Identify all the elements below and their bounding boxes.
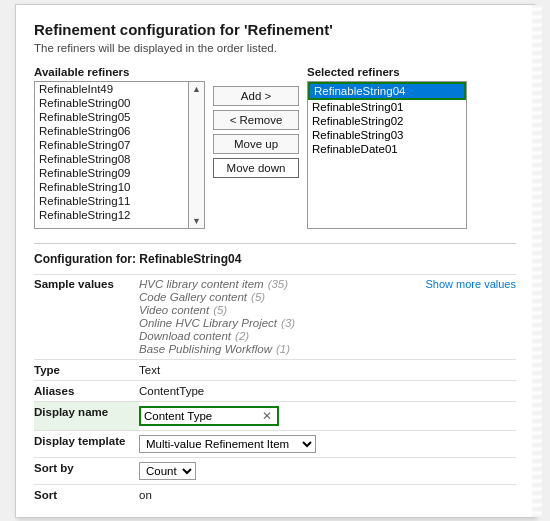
list-item[interactable]: RefinableString07 [35,138,188,152]
sample-name: Code Gallery content [139,291,247,303]
sample-values-cell: HVC library content item(35)Code Gallery… [139,274,516,359]
list-item[interactable]: RefinableString12 [35,208,188,222]
display-template-row: Display template Multi-value Refinement … [34,430,516,457]
sample-item: Online HVC Library Project(3) [139,317,426,329]
config-title: Configuration for: RefinableString04 [34,252,516,266]
sample-values-label: Sample values [34,274,139,359]
sample-grid: HVC library content item(35)Code Gallery… [139,278,516,356]
selected-refiners-label: Selected refiners [307,66,467,78]
list-item[interactable]: RefinableString00 [35,96,188,110]
clear-input-button[interactable]: ✕ [260,409,274,423]
available-refiners-list[interactable]: RefinableInt49RefinableString00Refinable… [34,81,189,229]
sample-name: Online HVC Library Project [139,317,277,329]
sample-count: (5) [213,304,227,316]
refiners-section: Available refiners RefinableInt49Refinab… [34,66,516,229]
config-table: Sample values HVC library content item(3… [34,274,516,505]
sort-label: Sort [34,484,139,505]
remove-button[interactable]: < Remove [213,110,299,130]
list-item[interactable]: RefinableString03 [308,128,466,142]
sample-item: Code Gallery content(5) [139,291,426,303]
sample-count: (2) [235,330,249,342]
list-item[interactable]: RefinableString09 [35,166,188,180]
sample-item: HVC library content item(35) [139,278,426,290]
add-button[interactable]: Add > [213,86,299,106]
list-item[interactable]: RefinableString06 [35,124,188,138]
display-name-label: Display name [34,401,139,430]
scroll-down-arrow[interactable]: ▼ [189,214,204,228]
display-name-input[interactable] [144,410,260,422]
display-template-cell: Multi-value Refinement ItemSingle-value … [139,430,516,457]
sample-count: (5) [251,291,265,303]
sample-item: Base Publishing Workflow(1) [139,343,426,355]
sort-by-row: Sort by CountName [34,457,516,484]
page-title: Refinement configuration for 'Refinement… [34,21,516,38]
main-panel: Refinement configuration for 'Refinement… [15,4,535,518]
display-name-row: Display name ✕ [34,401,516,430]
sample-items: HVC library content item(35)Code Gallery… [139,278,426,356]
sample-name: Video content [139,304,209,316]
sample-count: (1) [276,343,290,355]
sample-name: Download content [139,330,231,342]
sort-by-label: Sort by [34,457,139,484]
selected-refiners-list[interactable]: RefinableString04RefinableString01Refina… [307,81,467,229]
list-item[interactable]: RefinableString05 [35,110,188,124]
aliases-label: Aliases [34,380,139,401]
list-item[interactable]: RefinableString11 [35,194,188,208]
list-item[interactable]: RefinableString10 [35,180,188,194]
list-item[interactable]: RefinableString08 [35,152,188,166]
list-item[interactable]: RefinableInt49 [35,82,188,96]
scroll-up-arrow[interactable]: ▲ [189,82,204,96]
list-item[interactable]: RefinableString04 [308,82,466,100]
sort-partial-text: on [139,489,152,501]
selected-refiners-group: Selected refiners RefinableString04Refin… [307,66,467,229]
show-more-link[interactable]: Show more values [426,278,517,356]
list-item[interactable]: RefinableString02 [308,114,466,128]
available-scrollbar: ▲ ▼ [189,81,205,229]
available-refiners-group: Available refiners RefinableInt49Refinab… [34,66,205,229]
sample-name: HVC library content item [139,278,264,290]
aliases-row: Aliases ContentType [34,380,516,401]
sample-name: Base Publishing Workflow [139,343,272,355]
sort-row: Sort on [34,484,516,505]
display-name-input-wrapper[interactable]: ✕ [139,406,279,426]
aliases-value: ContentType [139,380,516,401]
type-label: Type [34,359,139,380]
sort-value-cell: on [139,484,516,505]
type-row: Type Text [34,359,516,380]
subtitle: The refiners will be displayed in the or… [34,42,516,54]
action-buttons: Add > < Remove Move up Move down [213,66,299,178]
sample-count: (3) [281,317,295,329]
move-up-button[interactable]: Move up [213,134,299,154]
sort-by-cell: CountName [139,457,516,484]
sample-count: (35) [268,278,288,290]
type-value: Text [139,359,516,380]
sort-by-select[interactable]: CountName [139,462,196,480]
available-refiners-label: Available refiners [34,66,205,78]
config-section: Configuration for: RefinableString04 Sam… [34,243,516,505]
display-template-label: Display template [34,430,139,457]
sample-item: Download content(2) [139,330,426,342]
sample-values-row: Sample values HVC library content item(3… [34,274,516,359]
move-down-button[interactable]: Move down [213,158,299,178]
display-name-cell: ✕ [139,401,516,430]
sample-item: Video content(5) [139,304,426,316]
list-item[interactable]: RefinableString01 [308,100,466,114]
list-item[interactable]: RefinableDate01 [308,142,466,156]
display-template-select[interactable]: Multi-value Refinement ItemSingle-value … [139,435,316,453]
